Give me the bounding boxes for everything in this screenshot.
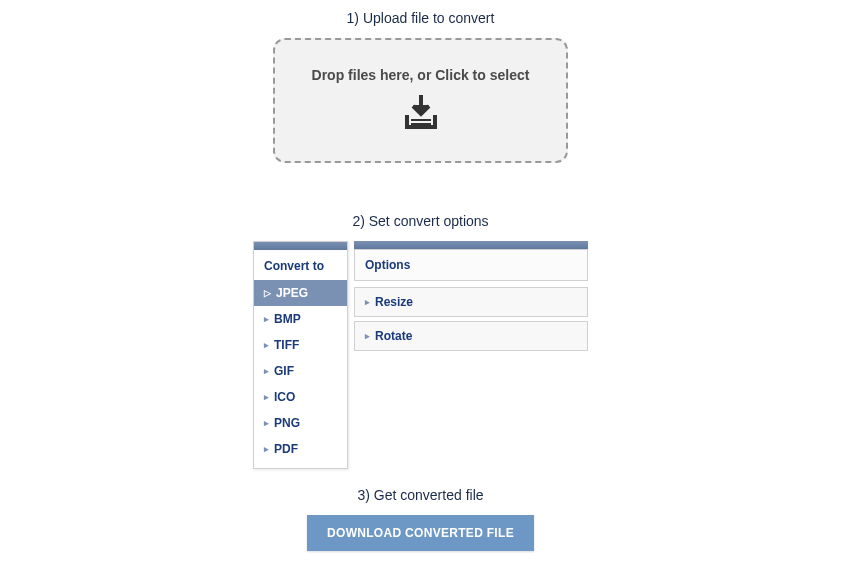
step3-title: 3) Get converted file <box>357 487 483 503</box>
format-label: BMP <box>274 312 301 326</box>
format-label: PDF <box>274 442 298 456</box>
format-item-gif[interactable]: ▸GIF <box>254 358 347 384</box>
arrow-right-icon: ▸ <box>264 340 269 350</box>
svg-rect-3 <box>411 123 431 125</box>
format-label: JPEG <box>276 286 308 300</box>
arrow-right-icon: ▸ <box>264 392 269 402</box>
option-item-rotate[interactable]: ▸Rotate <box>354 321 588 351</box>
arrow-right-icon: ▸ <box>365 331 370 341</box>
format-item-ico[interactable]: ▸ICO <box>254 384 347 410</box>
format-item-pdf[interactable]: ▸PDF <box>254 436 347 462</box>
sidebar-header-bar <box>254 242 347 250</box>
arrow-right-icon: ▸ <box>264 418 269 428</box>
step2-title: 2) Set convert options <box>352 213 488 229</box>
step1-title: 1) Upload file to convert <box>347 10 495 26</box>
option-item-resize[interactable]: ▸Resize <box>354 287 588 317</box>
option-label: Resize <box>375 295 413 309</box>
arrow-right-icon: ▸ <box>365 297 370 307</box>
download-button[interactable]: DOWNLOAD CONVERTED FILE <box>307 515 534 551</box>
format-item-tiff[interactable]: ▸TIFF <box>254 332 347 358</box>
options-panel: Options ▸Resize▸Rotate <box>354 241 588 469</box>
format-label: GIF <box>274 364 294 378</box>
download-icon <box>399 95 443 135</box>
arrow-right-icon: ▸ <box>264 314 269 324</box>
options-header-bar <box>354 241 588 249</box>
options-container: Convert to ▷JPEG▸BMP▸TIFF▸GIF▸ICO▸PNG▸PD… <box>253 241 588 469</box>
arrow-right-icon: ▸ <box>264 366 269 376</box>
arrow-right-icon: ▷ <box>264 288 271 298</box>
option-label: Rotate <box>375 329 412 343</box>
format-list: ▷JPEG▸BMP▸TIFF▸GIF▸ICO▸PNG▸PDF <box>254 280 347 468</box>
svg-rect-1 <box>419 95 423 107</box>
format-label: TIFF <box>274 338 299 352</box>
format-label: ICO <box>274 390 295 404</box>
arrow-right-icon: ▸ <box>264 444 269 454</box>
convert-to-sidebar: Convert to ▷JPEG▸BMP▸TIFF▸GIF▸ICO▸PNG▸PD… <box>253 241 348 469</box>
file-dropzone[interactable]: Drop files here, or Click to select <box>273 38 568 163</box>
convert-to-label: Convert to <box>254 250 347 280</box>
format-item-jpeg[interactable]: ▷JPEG <box>254 280 347 306</box>
format-label: PNG <box>274 416 300 430</box>
options-label: Options <box>354 249 588 281</box>
format-item-png[interactable]: ▸PNG <box>254 410 347 436</box>
format-item-bmp[interactable]: ▸BMP <box>254 306 347 332</box>
svg-rect-2 <box>411 119 431 121</box>
dropzone-text: Drop files here, or Click to select <box>312 67 530 83</box>
